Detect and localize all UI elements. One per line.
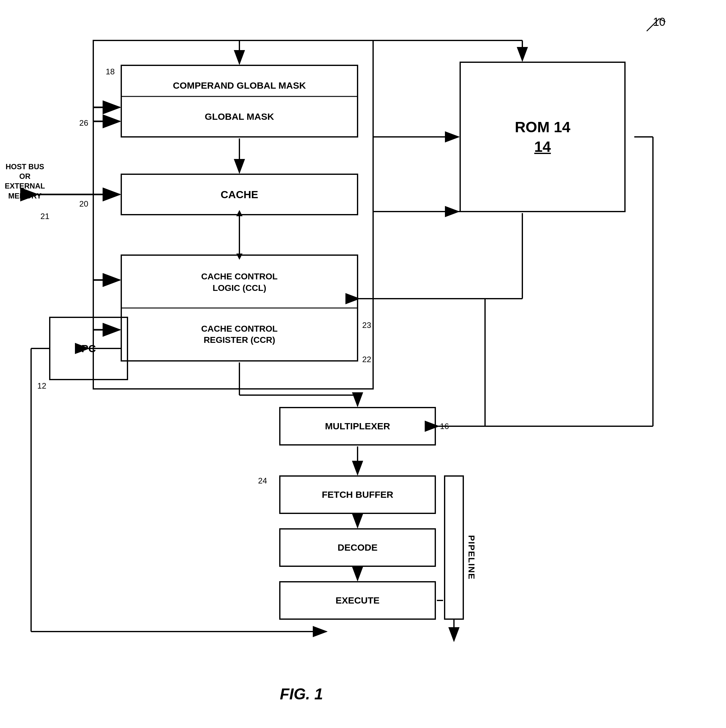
ccl-label: CACHE CONTROLLOGIC (CCL) [121,258,358,306]
svg-rect-16 [445,476,463,619]
ref-21: 21 [40,211,49,221]
host-bus-label: HOST BUS OREXTERNALMEMORY [0,162,50,201]
ref-16: 16 [440,422,449,431]
fig-label: FIG. 1 [280,685,323,703]
ref-18: 18 [106,67,115,76]
global-mask-label: GLOBAL MASK [121,98,358,135]
pc-label: PC [50,317,128,379]
execute-label: EXECUTE [280,582,435,619]
ref-24: 24 [258,476,267,486]
ref-20: 20 [79,199,88,209]
rom-label: ROM 14 14 [460,62,625,211]
cache-label: CACHE [121,174,358,215]
pipeline-label: PIPELINE [467,535,476,580]
svg-line-56 [647,19,659,31]
ref-10-arrow [622,12,668,37]
multiplexer-label: MULTIPLEXER [280,408,435,445]
ccr-label: CACHE CONTROLREGISTER (CCR) [121,310,358,359]
ref-23: 23 [362,320,371,330]
svg-line-57 [659,19,665,22]
ref-22: 22 [362,355,371,364]
comperand-label: COMPERAND GLOBAL MASK [121,70,358,101]
decode-label: DECODE [280,529,435,566]
fetch-buffer-label: FETCH BUFFER [280,476,435,513]
ref-26: 26 [79,118,88,128]
ref-12: 12 [37,381,46,391]
diagram-container: COMPERAND GLOBAL MASK GLOBAL MASK 18 26 … [0,0,726,728]
